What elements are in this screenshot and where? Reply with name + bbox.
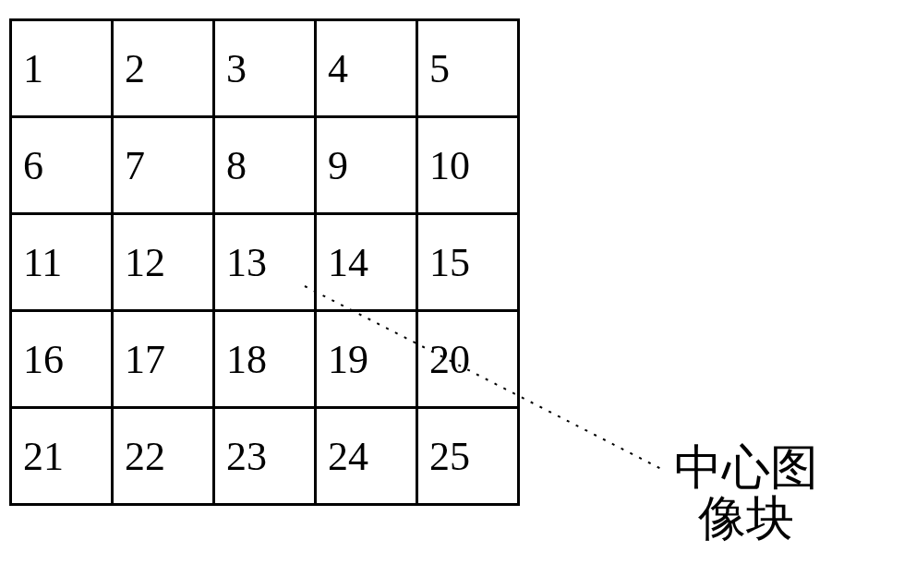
grid-cell: 7	[113, 117, 214, 214]
grid-cell: 12	[113, 214, 214, 311]
grid-cell: 5	[417, 20, 519, 117]
grid-cell: 13	[214, 214, 316, 311]
grid-cell: 20	[417, 311, 519, 408]
grid-cell: 4	[316, 20, 417, 117]
grid-cell: 25	[417, 408, 519, 505]
grid-cell: 2	[113, 20, 214, 117]
grid-cell: 14	[316, 214, 417, 311]
caption-line-2: 像块	[674, 494, 818, 545]
grid-cell: 18	[214, 311, 316, 408]
grid-cell: 24	[316, 408, 417, 505]
table-row: 11 12 13 14 15	[11, 214, 519, 311]
grid-cell: 22	[113, 408, 214, 505]
caption-line-1: 中心图	[674, 443, 818, 494]
grid-cell: 15	[417, 214, 519, 311]
grid-cell: 9	[316, 117, 417, 214]
grid-cell: 23	[214, 408, 316, 505]
grid-cell: 8	[214, 117, 316, 214]
grid-cell: 11	[11, 214, 113, 311]
table-row: 6 7 8 9 10	[11, 117, 519, 214]
grid-cell: 17	[113, 311, 214, 408]
table-row: 1 2 3 4 5	[11, 20, 519, 117]
grid-cell: 1	[11, 20, 113, 117]
grid-cell: 6	[11, 117, 113, 214]
grid-cell: 21	[11, 408, 113, 505]
numbered-grid: 1 2 3 4 5 6 7 8 9 10 11 12 13 14 15 16 1…	[9, 18, 520, 506]
table-row: 21 22 23 24 25	[11, 408, 519, 505]
grid-cell: 19	[316, 311, 417, 408]
grid-cell: 10	[417, 117, 519, 214]
grid-cell: 3	[214, 20, 316, 117]
table-row: 16 17 18 19 20	[11, 311, 519, 408]
caption-label: 中心图 像块	[674, 443, 818, 544]
grid-cell: 16	[11, 311, 113, 408]
